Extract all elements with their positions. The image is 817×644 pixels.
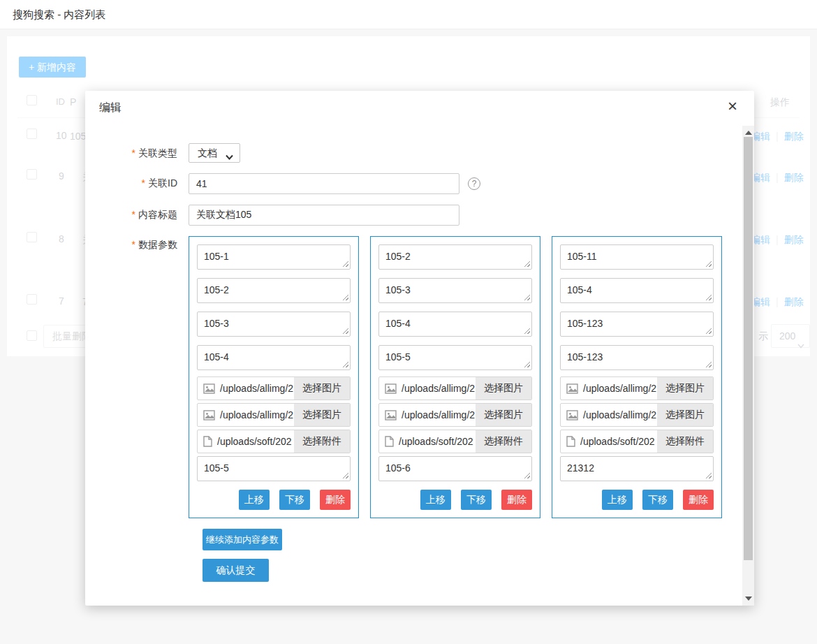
choose-file-button[interactable]: 选择附件 [657,430,713,453]
image-icon [566,410,578,420]
param-text-field: 105-4 [560,278,714,303]
image-path-text: /uploads/allimg/2 [220,383,294,394]
submit-button[interactable]: 确认提交 [203,559,269,582]
param-text-field: 105-2 [378,244,532,270]
group-actions: 上移 下移 删除 [560,490,714,510]
file-path-text: /uploads/soft/202 [399,436,476,447]
param-textarea[interactable]: 105-11 [560,244,714,270]
choose-image-button[interactable]: 选择图片 [476,404,531,426]
relation-type-row: *关联类型 文档 [99,143,742,163]
file-icon [203,436,212,447]
close-icon[interactable]: × [728,98,737,115]
relation-id-label: *关联ID [99,173,177,194]
image-icon [566,383,578,394]
param-textarea[interactable]: 105-2 [378,244,532,270]
image-path-text: /uploads/allimg/2 [402,409,476,420]
choose-file-button[interactable]: 选择附件 [476,430,531,453]
image-upload-row: /uploads/allimg/2 选择图片 [197,403,351,427]
relation-id-input[interactable] [189,173,459,194]
modal-scrollbar[interactable] [742,126,754,606]
param-text-field: 105-2 [197,278,351,303]
param-text-field: 105-3 [197,312,351,337]
image-path-text: /uploads/allimg/2 [220,409,294,420]
required-asterisk: * [132,147,135,159]
param-text-field: 105-123 [560,345,714,370]
param-textarea[interactable]: 105-4 [560,278,714,303]
content-title-label: *内容标题 [99,205,177,226]
image-upload-row: /uploads/allimg/2 选择图片 [560,403,714,427]
file-path-text: /uploads/soft/202 [217,436,294,447]
relation-type-value: 文档 [198,144,217,162]
group-actions: 上移 下移 删除 [197,490,351,510]
image-path-text: /uploads/allimg/2 [402,383,476,394]
required-asterisk: * [142,177,145,189]
param-groups: 105-1 105-2 105-3 105-4 /uploads/allimg/… [189,236,722,518]
param-text-field: 105-6 [378,456,532,481]
image-upload-row: /uploads/allimg/2 选择图片 [560,376,714,400]
required-asterisk: * [132,239,135,250]
data-params-row: *数据参数 105-1 105-2 105-3 105-4 /uploads/a… [99,236,742,518]
param-text-field: 105-123 [560,312,714,337]
file-upload-row: /uploads/soft/202 选择附件 [378,430,532,453]
param-textarea[interactable]: 105-2 [197,278,351,303]
param-textarea[interactable]: 105-6 [378,456,532,481]
param-textarea[interactable]: 105-5 [378,345,532,370]
scroll-up-arrow-icon[interactable] [745,131,752,135]
content-title-row: *内容标题 [99,205,742,226]
param-text-field: 105-5 [197,456,351,481]
file-icon [566,436,575,447]
move-up-button[interactable]: 上移 [420,490,451,510]
relation-type-select[interactable]: 文档 [189,143,240,163]
choose-file-button[interactable]: 选择附件 [294,430,350,453]
move-down-button[interactable]: 下移 [461,490,492,510]
param-group: 105-2 105-3 105-4 105-5 /uploads/allimg/… [370,236,540,518]
add-more-params-button[interactable]: 继续添加内容参数 [203,529,282,550]
delete-group-button[interactable]: 删除 [683,490,714,510]
scrollbar-thumb[interactable] [744,137,753,560]
edit-modal: 编辑 × *关联类型 文档 *关联ID ? *内容标题 *数据参数 [85,91,754,606]
move-down-button[interactable]: 下移 [642,490,673,510]
file-upload-row: /uploads/soft/202 选择附件 [197,430,351,453]
param-text-field: 105-1 [197,244,351,270]
image-icon [203,410,215,420]
choose-image-button[interactable]: 选择图片 [294,377,350,400]
param-textarea[interactable]: 105-1 [197,244,351,270]
image-upload-row: /uploads/allimg/2 选择图片 [378,403,532,427]
file-path-text: /uploads/soft/202 [580,436,657,447]
content-title-input[interactable] [189,205,459,226]
choose-image-button[interactable]: 选择图片 [657,404,713,426]
delete-group-button[interactable]: 删除 [501,490,532,510]
modal-body: *关联类型 文档 *关联ID ? *内容标题 *数据参数 [85,126,742,606]
help-icon[interactable]: ? [468,177,480,190]
param-text-field: 105-11 [560,244,714,270]
modal-title: 编辑 [99,101,122,115]
file-upload-row: /uploads/soft/202 选择附件 [560,430,714,453]
param-textarea[interactable]: 105-4 [378,312,532,337]
chevron-down-icon [226,150,233,163]
image-icon [385,383,397,394]
param-text-field: 105-5 [378,345,532,370]
param-textarea[interactable]: 105-4 [197,345,351,370]
move-up-button[interactable]: 上移 [239,490,270,510]
param-textarea[interactable]: 105-123 [560,345,714,370]
scroll-down-arrow-icon[interactable] [745,597,752,601]
delete-group-button[interactable]: 删除 [320,490,351,510]
param-textarea[interactable]: 21312 [560,456,714,481]
param-textarea[interactable]: 105-3 [197,312,351,337]
choose-image-button[interactable]: 选择图片 [294,404,350,426]
param-textarea[interactable]: 105-3 [378,278,532,303]
file-icon [385,436,394,447]
param-textarea[interactable]: 105-123 [560,312,714,337]
move-down-button[interactable]: 下移 [279,490,310,510]
choose-image-button[interactable]: 选择图片 [657,377,713,400]
page-title: 搜狗搜索 - 内容列表 [13,0,105,29]
image-icon [385,410,397,420]
group-actions: 上移 下移 删除 [378,490,532,510]
param-text-field: 105-4 [197,345,351,370]
param-textarea[interactable]: 105-5 [197,456,351,481]
param-text-field: 105-4 [378,312,532,337]
choose-image-button[interactable]: 选择图片 [476,377,531,400]
param-text-field: 21312 [560,456,714,481]
param-group: 105-1 105-2 105-3 105-4 /uploads/allimg/… [189,236,359,518]
move-up-button[interactable]: 上移 [602,490,633,510]
